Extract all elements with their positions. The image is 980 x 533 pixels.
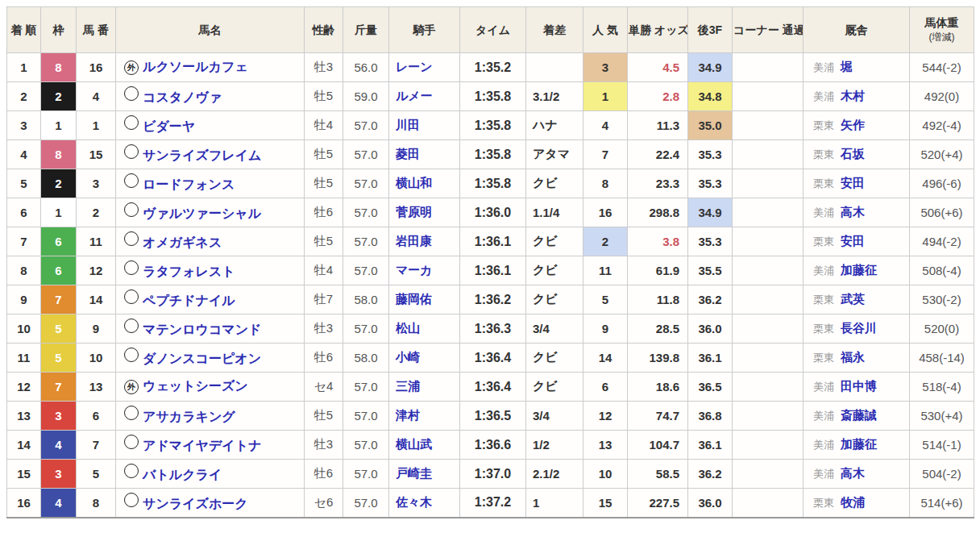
impost-cell: 57.0 bbox=[343, 431, 389, 460]
trainer-link[interactable]: 安田 bbox=[841, 234, 865, 248]
horse-name-link[interactable]: ペプチドナイル bbox=[143, 294, 235, 307]
time-cell: 1:36.1 bbox=[460, 256, 526, 285]
jockey-link[interactable]: ルメー bbox=[396, 89, 433, 102]
jockey-link[interactable]: 藤岡佑 bbox=[396, 292, 432, 306]
margin-cell: クビ bbox=[526, 227, 583, 256]
last-3f-cell: 36.1 bbox=[688, 431, 733, 460]
horse-name-link[interactable]: ビダーヤ bbox=[143, 119, 195, 133]
margin-cell: 3.1/2 bbox=[526, 82, 583, 111]
horse-number-cell: 6 bbox=[77, 402, 116, 431]
jockey-link[interactable]: レーン bbox=[396, 60, 433, 73]
impost-cell: 57.0 bbox=[343, 140, 389, 169]
trainer-link[interactable]: 牧浦 bbox=[841, 495, 865, 509]
body-weight-cell: 508(-4) bbox=[910, 256, 974, 285]
jockey-link[interactable]: 横山武 bbox=[396, 437, 432, 451]
trainer-link[interactable]: 長谷川 bbox=[841, 321, 877, 335]
trainer-link[interactable]: 堀 bbox=[841, 60, 853, 73]
popularity-cell: 10 bbox=[583, 460, 628, 489]
sex-age-cell: セ6 bbox=[305, 489, 343, 518]
stable-region-label: 美浦 bbox=[813, 61, 834, 73]
body-weight-cell: 520(+4) bbox=[910, 140, 974, 169]
popularity-cell: 15 bbox=[583, 489, 628, 518]
trainer-link[interactable]: 高木 bbox=[841, 466, 865, 480]
header-body-weight-sub: (増減) bbox=[911, 31, 973, 44]
horse-name-link[interactable]: マテンロウコマンド bbox=[143, 323, 261, 336]
rank-cell: 15 bbox=[7, 460, 41, 489]
corner-order-cell bbox=[733, 140, 804, 169]
trainer-link[interactable]: 加藤征 bbox=[841, 437, 877, 451]
horse-name-link[interactable]: ラタフォレスト bbox=[143, 264, 235, 278]
corner-order-cell bbox=[733, 53, 804, 82]
header-popularity: 人 気 bbox=[583, 7, 628, 53]
rank-cell: 16 bbox=[7, 489, 41, 518]
foreign-bred-icon bbox=[124, 289, 139, 304]
trainer-link[interactable]: 田中博 bbox=[841, 379, 877, 393]
horse-name-link[interactable]: アサカラキング bbox=[143, 410, 235, 423]
rank-cell: 5 bbox=[7, 169, 41, 198]
popularity-cell: 5 bbox=[583, 285, 628, 314]
horse-name-link[interactable]: ダノンスコーピオン bbox=[143, 352, 261, 365]
jockey-cell: 松山 bbox=[389, 314, 460, 344]
trainer-link[interactable]: 斎藤誠 bbox=[841, 408, 877, 422]
popularity-cell: 4 bbox=[583, 111, 628, 140]
trainer-link[interactable]: 矢作 bbox=[841, 118, 865, 131]
body-weight-cell: 520(0) bbox=[910, 314, 974, 344]
jockey-link[interactable]: 松山 bbox=[396, 321, 420, 335]
margin-cell bbox=[526, 53, 583, 82]
jockey-link[interactable]: 横山和 bbox=[396, 176, 432, 189]
jockey-link[interactable]: 三浦 bbox=[396, 379, 420, 393]
frame-cell: 6 bbox=[41, 227, 77, 256]
trainer-link[interactable]: 安田 bbox=[841, 176, 865, 189]
stable-cell: 美浦高木 bbox=[804, 198, 910, 227]
horse-name-cell: オメガギネス bbox=[116, 227, 305, 256]
margin-cell: 1.1/4 bbox=[526, 198, 583, 227]
jockey-link[interactable]: 戸崎圭 bbox=[396, 466, 432, 480]
jockey-link[interactable]: 小崎 bbox=[396, 350, 420, 364]
horse-name-link[interactable]: ウェットシーズン bbox=[143, 379, 248, 393]
horse-number-cell: 15 bbox=[77, 140, 116, 169]
trainer-link[interactable]: 石坂 bbox=[841, 147, 865, 160]
jockey-link[interactable]: 岩田康 bbox=[396, 234, 432, 248]
impost-cell: 59.0 bbox=[343, 82, 389, 111]
horse-name-link[interactable]: コスタノヴァ bbox=[143, 90, 222, 104]
corner-order-cell bbox=[733, 285, 804, 314]
jockey-link[interactable]: 川田 bbox=[396, 118, 420, 131]
corner-order-cell bbox=[733, 402, 804, 431]
horse-name-link[interactable]: アドマイヤデイトナ bbox=[143, 439, 261, 452]
trainer-link[interactable]: 木村 bbox=[841, 89, 865, 102]
trainer-link[interactable]: 加藤征 bbox=[841, 263, 877, 277]
stable-region-label: 栗東 bbox=[813, 497, 834, 509]
horse-number-cell: 3 bbox=[77, 169, 116, 198]
sex-age-cell: 牡5 bbox=[305, 82, 343, 111]
trainer-link[interactable]: 武英 bbox=[841, 292, 865, 306]
jockey-link[interactable]: 佐々木 bbox=[396, 495, 432, 509]
horse-name-link[interactable]: オメガギネス bbox=[143, 235, 222, 249]
corner-order-cell bbox=[733, 111, 804, 140]
horse-name-link[interactable]: サンライズホーク bbox=[143, 497, 248, 510]
stable-region-label: 栗東 bbox=[813, 119, 834, 131]
horse-name-link[interactable]: ルクソールカフェ bbox=[143, 60, 248, 73]
trainer-link[interactable]: 高木 bbox=[841, 205, 865, 219]
time-cell: 1:36.4 bbox=[460, 344, 526, 373]
popularity-cell: 1 bbox=[583, 82, 628, 111]
jockey-link[interactable]: 津村 bbox=[396, 408, 420, 422]
win-odds-cell: 22.4 bbox=[628, 140, 688, 169]
margin-cell: 2.1/2 bbox=[526, 460, 583, 489]
horse-name-link[interactable]: ロードフォンス bbox=[143, 177, 235, 191]
body-weight-cell: 494(-2) bbox=[910, 227, 974, 256]
impost-cell: 58.0 bbox=[343, 285, 389, 314]
header-win-odds: 単勝 オッズ bbox=[628, 7, 688, 53]
sex-age-cell: 牡5 bbox=[305, 169, 343, 198]
horse-number-cell: 12 bbox=[77, 256, 116, 285]
trainer-link[interactable]: 福永 bbox=[841, 350, 865, 364]
horse-name-link[interactable]: バトルクライ bbox=[143, 468, 222, 481]
jockey-link[interactable]: 菅原明 bbox=[396, 205, 432, 219]
horse-name-link[interactable]: サンライズフレイム bbox=[143, 148, 261, 162]
last-3f-cell: 35.3 bbox=[688, 227, 733, 256]
jockey-link[interactable]: マーカ bbox=[396, 263, 433, 277]
horse-number-cell: 14 bbox=[77, 285, 116, 314]
table-row: 2 2 4 コスタノヴァ 牡5 59.0 ルメー 1:35.8 3.1/2 1 … bbox=[7, 82, 974, 111]
rank-cell: 14 bbox=[7, 431, 41, 460]
horse-name-link[interactable]: ヴァルツァーシャル bbox=[143, 206, 261, 220]
jockey-link[interactable]: 菱田 bbox=[396, 147, 420, 160]
